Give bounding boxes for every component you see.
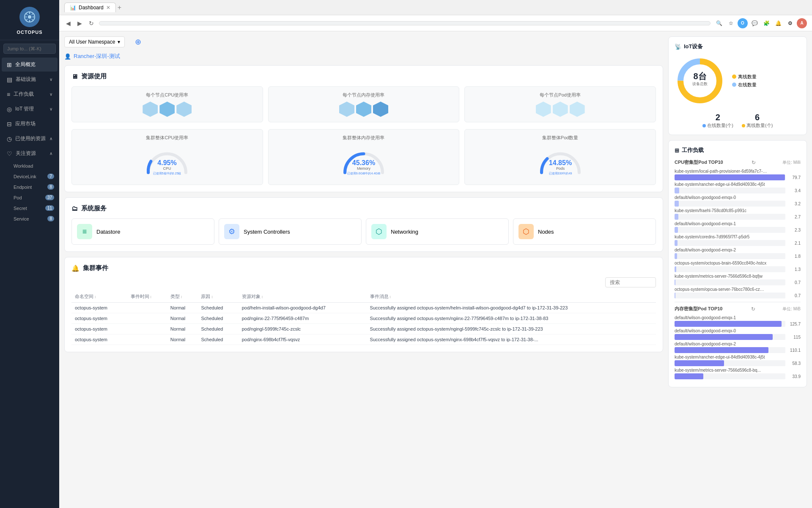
service-system-controllers[interactable]: ⚙ System Controllers [219,218,362,245]
workload-icon: ≡ [7,91,10,98]
iot-title: 📡 IoT设备 [675,43,801,50]
sidebar-item-infra[interactable]: ▤ 基础设施 ∨ [2,72,58,86]
cpu-bar-value: 2.7 [788,215,801,219]
col-message[interactable]: 事件消息↕ [367,291,656,303]
iot-donut: 8台 设备总数 [675,55,725,108]
nav-back-button[interactable]: ◀ [64,18,72,28]
cell-namespace: octopus-system [71,324,127,334]
cpu-per-node: 每个节点CPU使用率 [71,86,263,122]
mem-bar-label: kube-system/rancher-edge-ui-84d9d40938c-… [675,355,768,359]
events-search-input[interactable] [605,277,656,287]
new-tab-button[interactable]: + [118,4,121,11]
cpu-bar-item: kube-system/metrics-server-7566d596c8-bq… [675,274,801,285]
sidebar-sub-secret[interactable]: Secret 11 [8,203,59,213]
mem-bar-bg [675,334,785,340]
sidebar-search[interactable] [3,44,56,54]
nodes-icon: ⬡ [518,224,534,239]
cell-reason: Scheduled [198,324,238,334]
svg-text:Memory: Memory [357,166,371,171]
cpu-bar-fill [675,266,676,272]
workload-title-icon: ⊞ [675,147,679,154]
pod-hex-group [470,102,650,117]
workload-arrow: ∨ [49,92,52,97]
col-namespace[interactable]: 命名空间↕ [71,291,127,303]
col-resource[interactable]: 资源对象↕ [239,291,367,303]
legend-offline: 离线数量 [732,74,757,80]
system-services-card: 🗂 系统服务 ≡ Datastore ⚙ System Controllers … [64,197,663,252]
cpu-bar-bg [675,279,785,285]
cpu-bar-value: 2.3 [788,228,801,232]
cpu-bar-row: 79.7 [675,174,801,180]
cpu-bars: kube-system/local-path-provisioner-6d59f… [675,169,801,298]
online-indicator [702,124,706,127]
sidebar-item-market[interactable]: ⊟ 应用市场 [2,117,58,131]
nav-refresh-button[interactable]: ↻ [87,18,96,28]
sidebar-sub-workload[interactable]: Workload [8,161,59,171]
nav-forward-button[interactable]: ▶ [76,18,84,28]
cpu-bar-fill [675,253,677,259]
sidebar-item-workload[interactable]: ≡ 工作负载 ∨ [2,87,58,101]
service-datastore[interactable]: ≡ Datastore [71,218,214,245]
cpu-bar-value: 79.7 [788,175,801,180]
hex-3 [176,102,192,117]
iot-card: 📡 IoT设备 8台 设备总数 [668,36,807,135]
svg-line-7 [26,14,27,15]
nodes-label: Nodes [538,229,554,235]
address-bar[interactable] [99,21,710,25]
sidebar-item-used-resources[interactable]: ◷ 已使用的资源 ∧ [2,132,58,146]
profile-icon-blue[interactable]: O [738,18,748,28]
col-time[interactable]: 事件时间↕ [127,291,167,303]
system-services-title: 🗂 系统服务 [71,204,656,213]
tab-bar: 📊 Dashboard ✕ + [64,3,121,12]
cell-type: Normal [167,324,198,334]
sidebar-sub-devicelink[interactable]: DeviceLink 7 [8,171,59,182]
user-avatar[interactable]: A [797,18,807,28]
mem-refresh-icon[interactable]: ↻ [751,306,755,312]
breadcrumb-link[interactable]: Rancher-深圳-测试 [74,52,120,60]
browser-tab[interactable]: 📊 Dashboard ✕ [64,3,116,12]
sidebar-sub-endpoint[interactable]: Endpoint 8 [8,182,59,192]
service-nodes[interactable]: ⬡ Nodes [513,218,656,245]
search-nav-icon[interactable]: 🔍 [714,18,724,28]
namespace-chevron: ▾ [118,39,120,45]
namespace-select[interactable]: All User Namespace ▾ [64,36,125,47]
cpu-refresh-icon[interactable]: ↻ [752,160,756,166]
namespace-label: All User Namespace [69,39,115,45]
offline-legend-dot [732,75,736,79]
col-type[interactable]: 类型↕ [167,291,198,303]
sidebar-sub-service[interactable]: Service 8 [8,213,59,224]
sidebar-item-overview[interactable]: ⊞ 全局概览 [2,58,58,72]
cpu-bar-fill [675,279,675,285]
bookmark-icon[interactable]: ☆ [726,18,736,28]
svg-text:CPU: CPU [163,166,171,171]
type-sort: ↕ [181,295,183,299]
cpu-bar-item: default/wilson-goodgood-emqx-2 1.8 [675,248,801,259]
sidebar-item-iot[interactable]: ◎ IoT 管理 ∨ [2,102,58,116]
left-content: All User Namespace ▾ ⊕ 👤 Rancher-深圳-测试 🖥 [59,31,668,508]
col-reason[interactable]: 原因↕ [198,291,238,303]
pod-gauge-svg: 14.85% Pods 已使用330中的49 [533,144,588,178]
cell-reason: Scheduled [198,313,238,324]
chat-icon[interactable]: 💬 [749,18,760,28]
cpu-bar-value: 1.8 [788,254,801,259]
cell-time [127,324,167,334]
iot-donut-svg: 8台 设备总数 [675,55,725,106]
cpu-gauge: 集群整体CPU使用率 4.95% CPU 已使用5核中的0.25核 [71,129,263,185]
breadcrumb: 👤 Rancher-深圳-测试 [64,52,663,60]
service-networking[interactable]: ⬡ Networking [366,218,509,245]
svg-text:Pods: Pods [556,166,565,171]
content-area: All User Namespace ▾ ⊕ 👤 Rancher-深圳-测试 🖥 [59,31,812,508]
tab-close[interactable]: ✕ [106,5,110,11]
cell-type: Normal [167,334,198,345]
sidebar-item-watched[interactable]: ♡ 关注资源 ∧ [2,146,58,160]
iot-arrow: ∨ [49,107,52,111]
extension-icon[interactable]: 🧩 [761,18,771,28]
settings-icon[interactable]: ⚙ [785,18,795,28]
mem-bar-bg [675,321,785,327]
nav-icons: 🔍 ☆ O 💬 🧩 🔔 ⚙ A [714,18,807,28]
sidebar-sub-pod[interactable]: Pod 37 [8,192,59,203]
resource-sort: ↕ [261,295,263,299]
cell-message: Successfully assigned octopus-system/ngi… [367,313,656,324]
tab-favicon: 📊 [70,5,76,11]
alert-icon[interactable]: 🔔 [773,18,783,28]
